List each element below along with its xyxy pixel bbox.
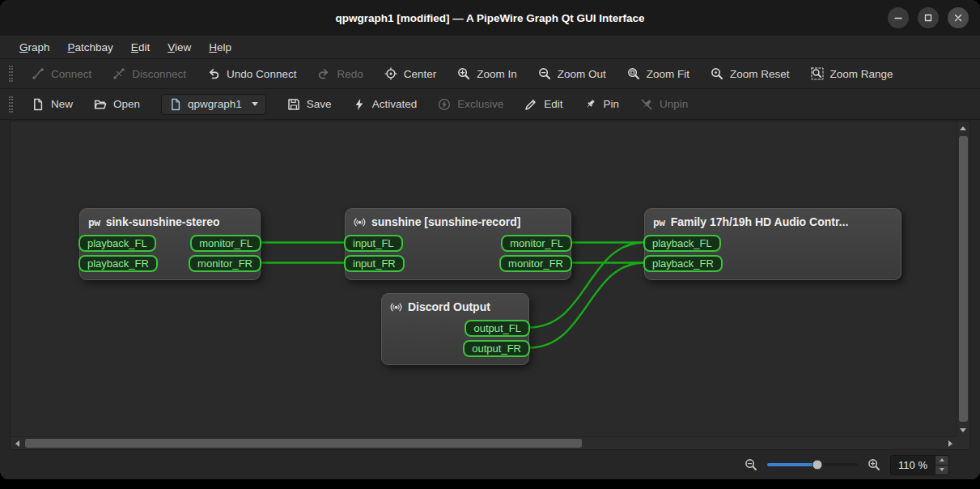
node-header: pw Family 17h/19h HD Audio Contr... xyxy=(645,209,901,233)
zoom-slider[interactable] xyxy=(767,463,858,466)
zoom-in-icon xyxy=(457,67,470,80)
menu-patchbay[interactable]: Patchbay xyxy=(59,36,122,58)
discord-output-fl-port[interactable]: output_FL xyxy=(465,320,530,337)
save-button[interactable]: Save xyxy=(279,94,340,115)
zoom-in-button[interactable]: Zoom In xyxy=(449,63,525,84)
open-button[interactable]: Open xyxy=(86,94,148,115)
edit-button[interactable]: Edit xyxy=(516,94,571,115)
activated-label: Activated xyxy=(372,98,418,110)
menu-edit-label: Edit xyxy=(131,41,150,53)
horizontal-scroll-thumb[interactable] xyxy=(25,439,582,448)
menu-help-label: Help xyxy=(209,41,231,53)
window-title: qpwgraph1 [modified] — A PipeWire Graph … xyxy=(335,12,644,24)
scroll-left-button[interactable] xyxy=(11,437,23,450)
zoom-out-button[interactable]: Zoom Out xyxy=(530,63,614,84)
patchbay-profile-combo[interactable]: qpwgraph1 xyxy=(161,94,266,115)
menu-edit[interactable]: Edit xyxy=(122,36,159,58)
pin-button[interactable]: Pin xyxy=(575,94,627,115)
pin-icon xyxy=(583,98,596,111)
center-label: Center xyxy=(404,68,437,80)
zoom-fit-label: Zoom Fit xyxy=(647,68,689,80)
save-label: Save xyxy=(307,98,332,110)
family-playback-fl-port[interactable]: playback_FL xyxy=(643,235,721,252)
redo-button[interactable]: Redo xyxy=(309,63,371,84)
close-icon xyxy=(952,11,965,24)
center-button[interactable]: Center xyxy=(376,63,445,84)
pin-label: Pin xyxy=(603,98,619,110)
zoom-slider-fill xyxy=(767,463,817,466)
sink-playback-fl-port[interactable]: playback_FL xyxy=(78,235,156,252)
exclusive-button[interactable]: Exclusive xyxy=(430,94,511,115)
menu-graph[interactable]: Graph xyxy=(11,36,59,58)
menu-patchbay-label: Patchbay xyxy=(68,41,113,53)
new-button[interactable]: New xyxy=(23,94,81,115)
sunshine-input-fr-port[interactable]: input_FR xyxy=(344,255,405,272)
redo-icon xyxy=(317,67,330,80)
sunshine-input-fl-port[interactable]: input_FL xyxy=(344,235,403,252)
horizontal-scrollbar[interactable] xyxy=(11,436,957,449)
scroll-right-button[interactable] xyxy=(944,437,957,450)
toolbar-drag-handle[interactable] xyxy=(9,96,13,113)
activated-button[interactable]: Activated xyxy=(345,94,426,115)
maximize-button[interactable] xyxy=(918,7,939,28)
node-sink-sunshine-stereo[interactable]: pw sink-sunshine-stereo playback_FL play… xyxy=(79,208,261,280)
spin-up-button[interactable] xyxy=(935,456,948,465)
node-sunshine[interactable]: sunshine [sunshine-record] input_FL inpu… xyxy=(345,208,571,280)
scroll-up-button[interactable] xyxy=(957,121,969,134)
node-discord-output[interactable]: Discord Output output_FL output_FR xyxy=(381,293,529,365)
minimize-button[interactable] xyxy=(888,7,909,28)
connect-icon xyxy=(32,67,45,80)
vertical-scroll-thumb[interactable] xyxy=(959,136,968,422)
minimize-icon xyxy=(892,11,905,24)
zoom-reset-icon xyxy=(711,67,723,80)
sunshine-monitor-fl-port[interactable]: monitor_FL xyxy=(501,235,572,252)
titlebar[interactable]: qpwgraph1 [modified] — A PipeWire Graph … xyxy=(0,0,980,36)
patchbay-profile-value: qpwgraph1 xyxy=(188,98,242,110)
arrow-right-icon xyxy=(948,440,952,447)
undo-connect-label: Undo Connect xyxy=(227,68,296,80)
zoom-percent-spinbox[interactable]: 110 % xyxy=(890,455,949,475)
connect-button[interactable]: Connect xyxy=(23,63,100,84)
connect-label: Connect xyxy=(51,68,91,80)
menu-help[interactable]: Help xyxy=(200,36,240,58)
patchbay-toolbar: New Open qpwgraph1 Save Activated Exclus… xyxy=(0,89,980,120)
undo-connect-button[interactable]: Undo Connect xyxy=(199,63,304,84)
zoom-reset-button[interactable]: Zoom Reset xyxy=(702,63,798,84)
zoom-slider-handle[interactable] xyxy=(812,460,822,470)
zoom-range-button[interactable]: Zoom Range xyxy=(803,63,902,84)
zoom-percent-value[interactable]: 110 % xyxy=(891,456,935,474)
sink-playback-fr-port[interactable]: playback_FR xyxy=(78,255,158,272)
zoom-range-icon xyxy=(811,67,824,80)
unpin-label: Unpin xyxy=(660,98,688,110)
node-header: pw sink-sunshine-stereo xyxy=(80,209,260,233)
app-window: qpwgraph1 [modified] — A PipeWire Graph … xyxy=(0,0,980,479)
sink-monitor-fl-port[interactable]: monitor_FL xyxy=(190,235,261,252)
toolbar-drag-handle[interactable] xyxy=(9,66,13,82)
node-title: sunshine [sunshine-record] xyxy=(371,215,520,228)
spin-down-button[interactable] xyxy=(935,465,948,474)
activated-bolt-icon xyxy=(353,98,366,111)
maximize-icon xyxy=(922,11,935,24)
arrow-down-icon xyxy=(940,468,944,471)
sink-monitor-fr-port[interactable]: monitor_FR xyxy=(189,255,261,272)
open-folder-icon xyxy=(94,98,107,111)
scroll-down-button[interactable] xyxy=(957,423,969,436)
zoom-in-icon xyxy=(868,458,880,471)
exclusive-bolt-icon xyxy=(438,98,451,111)
node-ports: playback_FL playback_FR xyxy=(645,233,901,279)
zoom-fit-icon xyxy=(627,67,640,80)
disconnect-button[interactable]: Disconnect xyxy=(104,63,194,84)
node-ports: output_FL output_FR xyxy=(382,318,528,364)
unpin-button[interactable]: Unpin xyxy=(632,94,696,115)
vertical-scrollbar[interactable] xyxy=(957,121,969,436)
close-button[interactable] xyxy=(948,7,969,28)
graph-canvas[interactable]: pw sink-sunshine-stereo playback_FL play… xyxy=(11,121,957,436)
sunshine-monitor-fr-port[interactable]: monitor_FR xyxy=(499,255,572,272)
node-family-hd-audio[interactable]: pw Family 17h/19h HD Audio Contr... play… xyxy=(644,208,902,280)
menu-view-label: View xyxy=(168,41,191,53)
zoom-fit-button[interactable]: Zoom Fit xyxy=(619,63,698,84)
discord-output-fr-port[interactable]: output_FR xyxy=(463,340,530,357)
menu-view[interactable]: View xyxy=(159,36,200,58)
zoom-in-label: Zoom In xyxy=(477,68,517,80)
family-playback-fr-port[interactable]: playback_FR xyxy=(643,255,723,272)
